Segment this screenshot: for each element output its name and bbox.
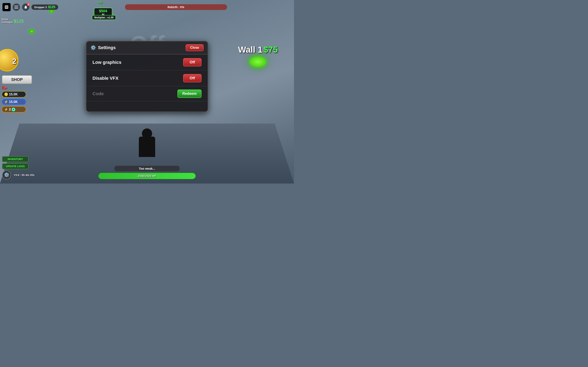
settings-title-text: Settings bbox=[98, 45, 116, 50]
modal-body: Low graphics Off Disable VFX Off Redeem bbox=[86, 54, 208, 111]
disable-vfx-label: Disable VFX bbox=[93, 76, 118, 81]
code-input[interactable] bbox=[93, 91, 177, 96]
close-button[interactable]: Close bbox=[186, 44, 204, 51]
low-graphics-label: Low graphics bbox=[93, 60, 121, 65]
modal-footer-row bbox=[86, 101, 208, 111]
disable-vfx-row: Disable VFX Off bbox=[86, 70, 208, 86]
modal-header: ⚙️ Settings Close bbox=[86, 42, 208, 54]
low-graphics-row: Low graphics Off bbox=[86, 54, 208, 70]
redeem-button[interactable]: Redeem bbox=[177, 90, 201, 98]
modal-overlay: ⚙️ Settings Close Low graphics Off Disab… bbox=[0, 0, 294, 184]
settings-gear-icon: ⚙️ bbox=[90, 45, 96, 50]
settings-modal: ⚙️ Settings Close Low graphics Off Disab… bbox=[86, 41, 208, 112]
disable-vfx-toggle[interactable]: Off bbox=[183, 74, 201, 82]
code-row: Redeem bbox=[86, 86, 208, 101]
low-graphics-toggle[interactable]: Off bbox=[183, 58, 201, 67]
modal-title: ⚙️ Settings bbox=[90, 45, 116, 50]
